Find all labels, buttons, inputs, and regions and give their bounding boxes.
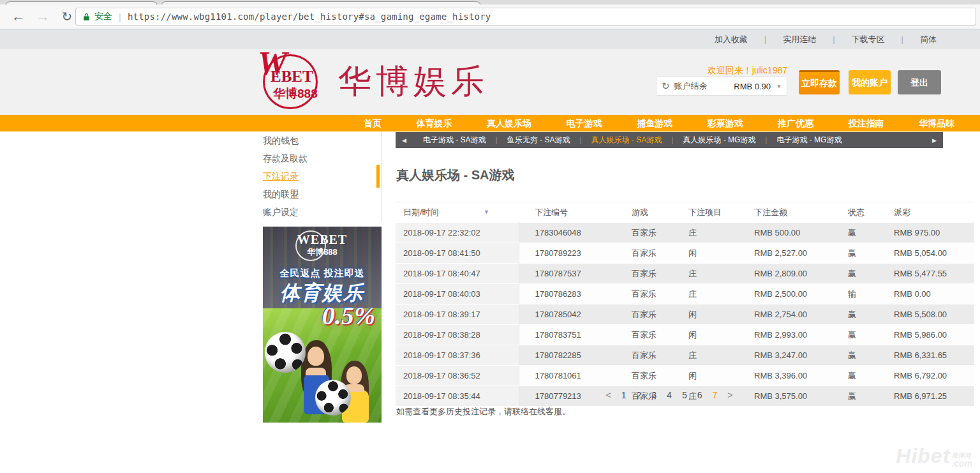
chevron-down-icon[interactable]: ▼ xyxy=(776,84,782,89)
my-account-button[interactable]: 我的账户 xyxy=(849,70,891,94)
cell-bet-amount: RMB 3,396.00 xyxy=(754,366,847,386)
game-tabs-strip: ◀ 电子游戏 - SA游戏 鱼乐无穷 - SA游戏 真人娱乐场 - SA游戏 真… xyxy=(396,132,943,148)
balance-value: RMB 0.90 xyxy=(734,82,771,91)
tab-scroll-right-icon[interactable]: ▶ xyxy=(932,137,937,144)
page-number[interactable]: 4 xyxy=(667,390,672,400)
cell-bet-id: 1780781061 xyxy=(519,366,631,386)
banner-rate: 0.5% xyxy=(322,301,375,331)
browser-toolbar: ← → ↻ 安全 | https://www.wbg1101.com/playe… xyxy=(0,4,980,29)
url-separator: | xyxy=(119,11,121,22)
cell-status: 输 xyxy=(847,284,893,304)
sidebar-item[interactable]: 账户设定 xyxy=(263,203,382,221)
cell-payout: RMB 5,986.00 xyxy=(893,325,974,345)
game-tab[interactable]: 电子游戏 - MG游戏 xyxy=(755,135,842,146)
next-page-button[interactable]: > xyxy=(727,390,732,400)
cell-date: 2018-09-17 08:39:17 xyxy=(396,304,519,325)
model-face xyxy=(346,366,362,384)
pagination: <1234567> xyxy=(396,390,943,400)
table-row: 2018-09-17 22:32:02 1783046048 百家乐 庄 RMB… xyxy=(396,223,974,243)
utility-link[interactable]: 加入收藏 xyxy=(715,34,748,45)
nav-item[interactable]: 华博品味 xyxy=(919,115,954,131)
column-header-game[interactable]: 游戏 xyxy=(631,202,688,223)
cell-bet-item: 闲 xyxy=(688,366,754,386)
sidebar-item[interactable]: 我的联盟 xyxy=(263,185,382,203)
game-tab[interactable]: 电子游戏 - SA游戏 xyxy=(423,135,486,146)
column-header-bet-item[interactable]: 下注项目 xyxy=(688,202,754,223)
reload-icon[interactable]: ↻ xyxy=(57,7,77,26)
cell-game: 百家乐 xyxy=(631,284,688,304)
column-header-status[interactable]: 状态 xyxy=(847,202,893,223)
logout-button[interactable]: 登出 xyxy=(898,70,941,94)
nav-item[interactable]: 彩票游戏 xyxy=(708,115,743,131)
refresh-balance-icon[interactable]: ↻ xyxy=(662,80,670,92)
prev-page-button[interactable]: < xyxy=(606,390,611,400)
page-number[interactable]: 7 xyxy=(712,390,717,400)
deposit-button[interactable]: 立即存款 xyxy=(799,70,840,94)
table-row: 2018-09-17 08:37:36 1780782285 百家乐 庄 RMB… xyxy=(396,345,974,366)
utility-link[interactable]: 下载专区 xyxy=(816,34,884,45)
sidebar-item[interactable]: 下注记录 xyxy=(263,167,382,185)
banner-logo-text: WEBET xyxy=(263,232,382,247)
cell-status: 赢 xyxy=(847,223,893,243)
nav-item[interactable]: 捕鱼游戏 xyxy=(637,115,672,131)
logo-sub-text: 华博888 xyxy=(273,86,318,102)
soccer-ball-icon xyxy=(265,332,306,373)
page-number[interactable]: 3 xyxy=(651,390,657,400)
sidebar-item[interactable]: 存款及取款 xyxy=(263,149,382,167)
nav-item[interactable]: 推广优惠 xyxy=(778,115,813,131)
cell-game: 百家乐 xyxy=(631,223,688,243)
banner-logo: WEBET 华博888 xyxy=(263,232,382,258)
secure-label: 安全 xyxy=(94,11,112,22)
nav-item[interactable]: 投注指南 xyxy=(849,115,884,131)
promo-banner[interactable]: WEBET 华博888 全民返点 投注即送 体育娱乐 0.5% xyxy=(263,227,382,423)
game-tabs: 电子游戏 - SA游戏 鱼乐无穷 - SA游戏 真人娱乐场 - SA游戏 真人娱… xyxy=(423,135,842,146)
soccer-ball-icon xyxy=(315,380,351,416)
column-header-bet-amount[interactable]: 下注金额 xyxy=(754,202,847,223)
back-icon[interactable]: ← xyxy=(9,7,28,26)
cell-status: 赢 xyxy=(847,325,893,345)
watermark-text: Hibet xyxy=(896,444,950,468)
cell-date: 2018-09-17 08:40:47 xyxy=(396,264,519,284)
page-number[interactable]: 6 xyxy=(697,390,702,400)
page-number[interactable]: 5 xyxy=(682,390,687,400)
cell-payout: RMB 975.00 xyxy=(893,223,974,243)
game-tab[interactable]: 鱼乐无穷 - SA游戏 xyxy=(486,135,570,146)
page-title: 真人娱乐场 - SA游戏 xyxy=(396,167,515,184)
cell-date: 2018-09-17 08:41:50 xyxy=(396,243,519,264)
tab-scroll-left-icon[interactable]: ◀ xyxy=(402,137,406,144)
cell-game: 百家乐 xyxy=(631,304,688,325)
nav-item[interactable]: 真人娱乐场 xyxy=(487,115,531,131)
nav-item[interactable]: 电子游戏 xyxy=(567,115,602,131)
watermark-suffix: .com xyxy=(951,459,972,468)
cell-bet-id: 1780783751 xyxy=(519,325,631,345)
sidebar-divider xyxy=(381,132,382,221)
balance-widget[interactable]: ↻ 账户结余 RMB 0.90 ▼ xyxy=(656,77,787,96)
page-number[interactable]: 2 xyxy=(637,390,642,400)
cell-bet-item: 庄 xyxy=(688,284,754,304)
banner-logo-sub: 华博888 xyxy=(263,246,382,258)
sort-desc-icon[interactable]: ▼ xyxy=(484,209,489,215)
utility-link[interactable]: 简体 xyxy=(885,34,937,45)
cell-bet-id: 1780789223 xyxy=(519,243,631,264)
game-tab[interactable]: 真人娱乐场 - MG游戏 xyxy=(662,135,755,146)
column-header-date[interactable]: 日期/时间 ▼ xyxy=(396,202,519,223)
column-header-bet-id[interactable]: 下注编号 xyxy=(519,202,631,223)
table-header-row: 日期/时间 ▼ 下注编号 游戏 下注项目 下注金额 状态 派彩 xyxy=(396,202,974,223)
logo-brand-name: 华博娱乐 xyxy=(338,59,489,104)
sidebar-item[interactable]: 我的钱包 xyxy=(263,131,382,149)
cell-date: 2018-09-17 08:38:28 xyxy=(396,325,519,345)
nav-item[interactable]: 首页 xyxy=(364,115,382,131)
table-row: 2018-09-17 08:39:17 1780785042 百家乐 闲 RMB… xyxy=(396,304,974,325)
cell-payout: RMB 5,508.00 xyxy=(893,304,974,325)
forward-icon[interactable]: → xyxy=(33,7,52,26)
nav-item[interactable]: 体育娱乐 xyxy=(417,115,452,131)
column-header-payout[interactable]: 派彩 xyxy=(893,202,974,223)
address-bar[interactable]: 安全 | https://www.wbg1101.com/player/bet_… xyxy=(75,8,976,26)
cell-payout: RMB 5,477.55 xyxy=(893,264,974,284)
site-logo[interactable]: W EBET 华博888 华博娱乐 xyxy=(260,52,489,111)
cell-date: 2018-09-17 08:40:03 xyxy=(396,284,519,304)
page-number[interactable]: 1 xyxy=(621,390,627,400)
game-tab[interactable]: 真人娱乐场 - SA游戏 xyxy=(570,135,662,146)
utility-link[interactable]: 实用连结 xyxy=(748,34,816,45)
cell-date: 2018-09-17 22:32:02 xyxy=(396,223,519,243)
